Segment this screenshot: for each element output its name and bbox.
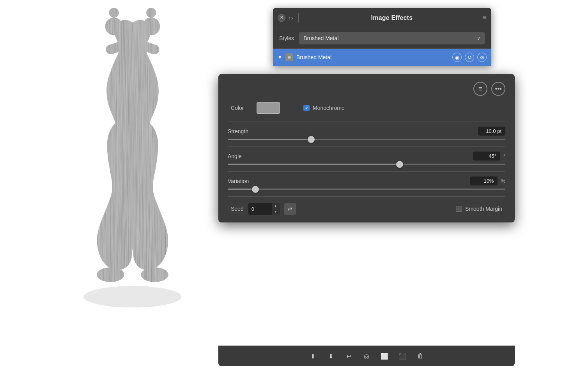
variation-section: Variation 10% % xyxy=(228,176,505,190)
giraffe-preview xyxy=(23,8,242,351)
strength-slider-thumb[interactable] xyxy=(308,136,315,143)
canvas: ✕ ‹ › Image Effects ≡ Styles Brushed Met… xyxy=(0,0,588,374)
angle-section: Angle 45° ° xyxy=(228,152,505,165)
lines-pattern-button[interactable]: ≡ xyxy=(473,82,487,96)
toolbar-delete-button[interactable]: 🗑 xyxy=(414,350,427,362)
more-options-button[interactable]: ••• xyxy=(491,82,505,96)
undo-icon: ↩ xyxy=(346,353,351,360)
forward-arrow-icon[interactable]: › xyxy=(291,15,293,21)
strength-label: Strength xyxy=(228,128,248,134)
angle-slider-fill xyxy=(228,164,400,165)
export-icon: ⬆ xyxy=(310,353,315,360)
angle-label: Angle xyxy=(228,153,242,159)
styles-value: Brushed Metal xyxy=(303,35,338,41)
color-swatch[interactable] xyxy=(257,102,280,114)
lines-icon: ≡ xyxy=(478,85,483,93)
panel-title: Image Effects xyxy=(301,14,482,21)
layer-delete-button[interactable]: ⊗ xyxy=(477,53,487,62)
separator-4 xyxy=(228,196,505,197)
smooth-margin-checkbox[interactable] xyxy=(456,206,462,212)
seed-label: Seed xyxy=(231,206,244,212)
layer-actions: ◉ ↺ ⊗ xyxy=(452,53,487,62)
close-button[interactable]: ✕ xyxy=(278,14,285,22)
group-icon: ⬜ xyxy=(381,353,388,360)
strength-value[interactable]: 10.0 pt xyxy=(478,127,505,136)
image-effects-panel-top: ✕ ‹ › Image Effects ≡ Styles Brushed Met… xyxy=(273,8,491,66)
close-icon: ✕ xyxy=(280,15,283,20)
layer-reset-button[interactable]: ↺ xyxy=(465,53,474,62)
separator-3 xyxy=(228,171,505,172)
styles-label: Styles xyxy=(279,35,294,41)
styles-row: Styles Brushed Metal ∨ xyxy=(273,28,491,49)
seed-row: Seed 0 ▲ ▼ ⇄ Smooth Margin xyxy=(228,203,505,215)
seed-decrement-button[interactable]: ▼ xyxy=(272,209,280,215)
smooth-margin-wrap: Smooth Margin xyxy=(456,206,502,212)
chevron-down-icon: ∨ xyxy=(477,35,480,41)
styles-dropdown[interactable]: Brushed Metal ∨ xyxy=(299,32,485,44)
titlebar: ✕ ‹ › Image Effects ≡ xyxy=(273,8,491,28)
toolbar-target-button[interactable]: ◎ xyxy=(360,350,373,362)
menu-button[interactable]: ≡ xyxy=(482,14,487,22)
monochrome-checkbox-wrap[interactable]: ✓ Monochrome xyxy=(303,105,345,111)
layer-icon: ⊞ xyxy=(285,53,293,61)
color-row: Color ✓ Monochrome xyxy=(228,102,505,114)
angle-slider-track[interactable] xyxy=(228,164,505,165)
toolbar-group-button[interactable]: ⬜ xyxy=(378,350,391,362)
shuffle-icon: ⇄ xyxy=(288,206,292,212)
strength-slider-fill xyxy=(228,139,311,140)
seed-input-wrap[interactable]: 0 ▲ ▼ xyxy=(248,203,280,215)
seed-input[interactable]: 0 xyxy=(248,206,272,212)
variation-value[interactable]: 10% xyxy=(470,176,498,185)
strength-section: Strength 10.0 pt xyxy=(228,127,505,140)
import-icon: ⬇ xyxy=(328,353,333,360)
ellipsis-icon: ••• xyxy=(495,85,502,92)
svg-point-6 xyxy=(109,8,119,18)
layer-expand-icon[interactable]: ▼ xyxy=(278,55,282,60)
layer-name: Brushed Metal xyxy=(296,54,449,60)
monochrome-checkbox[interactable]: ✓ xyxy=(303,105,310,111)
variation-slider-track[interactable] xyxy=(228,189,505,190)
toolbar-export-button[interactable]: ⬆ xyxy=(306,350,319,362)
variation-slider-thumb[interactable] xyxy=(252,186,259,193)
layer-row: ▼ ⊞ Brushed Metal ◉ ↺ ⊗ xyxy=(273,49,491,66)
variation-slider-fill xyxy=(228,189,255,190)
strength-slider-track[interactable] xyxy=(228,139,505,140)
variation-header: Variation 10% % xyxy=(228,176,505,185)
target-icon: ◎ xyxy=(364,353,369,360)
ungroup-icon: ⬛ xyxy=(398,353,406,360)
titlebar-left: ✕ ‹ › xyxy=(278,13,301,23)
toolbar-ungroup-button[interactable]: ⬛ xyxy=(396,350,409,362)
monochrome-label: Monochrome xyxy=(313,105,345,111)
angle-unit: ° xyxy=(503,153,505,159)
svg-point-10 xyxy=(97,267,124,282)
variation-label: Variation xyxy=(228,178,249,184)
layer-visibility-button[interactable]: ◉ xyxy=(452,53,462,62)
seed-increment-button[interactable]: ▲ xyxy=(272,203,280,209)
reset-icon: ↺ xyxy=(468,55,472,60)
variation-unit: % xyxy=(501,178,505,184)
seed-spinners: ▲ ▼ xyxy=(272,203,280,215)
separator-1 xyxy=(228,122,505,122)
effects-main-panel: ≡ ••• Color ✓ Monochrome Strength 10.0 p… xyxy=(218,74,515,222)
toolbar-undo-button[interactable]: ↩ xyxy=(342,350,355,362)
toolbar-import-button[interactable]: ⬇ xyxy=(324,350,337,362)
trash-icon: 🗑 xyxy=(417,353,423,360)
separator-2 xyxy=(228,146,505,147)
layer-type-icon: ⊞ xyxy=(288,55,291,59)
strength-header: Strength 10.0 pt xyxy=(228,127,505,136)
back-arrow-icon[interactable]: ‹ xyxy=(289,15,290,21)
angle-value[interactable]: 45° xyxy=(473,152,500,161)
angle-slider-thumb[interactable] xyxy=(396,161,403,168)
bottom-toolbar: ⬆ ⬇ ↩ ◎ ⬜ ⬛ 🗑 xyxy=(218,346,515,366)
svg-point-11 xyxy=(141,267,168,282)
eye-icon: ◉ xyxy=(455,55,459,60)
angle-header: Angle 45° ° xyxy=(228,152,505,161)
color-label: Color xyxy=(231,105,250,111)
svg-point-7 xyxy=(146,8,156,18)
titlebar-divider xyxy=(298,13,299,23)
svg-point-3 xyxy=(83,286,181,307)
close-circle-icon: ⊗ xyxy=(480,55,484,60)
panel-main-top-icons: ≡ ••• xyxy=(228,82,505,96)
toolbar-arrows: ‹ › xyxy=(289,15,293,21)
shuffle-button[interactable]: ⇄ xyxy=(284,203,296,215)
